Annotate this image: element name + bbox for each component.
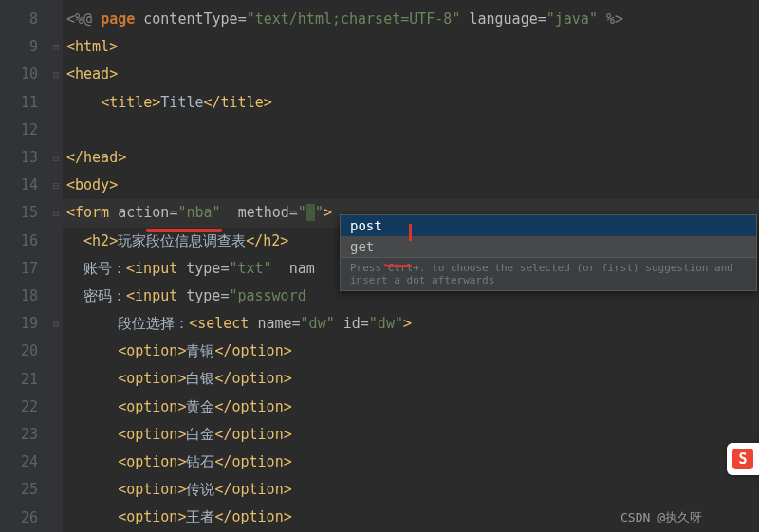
code-line[interactable]: <option>黄金</option> [63,394,759,421]
fold-column[interactable]: ⊟⊟⊟⊟⊟⊟ [49,0,63,532]
line-number: 11 [0,89,38,117]
line-number: 24 [0,449,38,476]
fold-marker [49,228,63,255]
fold-marker [49,255,63,283]
autocomplete-popup[interactable]: postget Press Ctrl+. to choose the selec… [340,214,757,291]
line-number: 10 [0,61,38,88]
fold-marker [49,338,63,365]
fold-marker [49,504,63,531]
code-line[interactable]: <head> [63,61,759,88]
fold-marker [49,449,63,476]
line-number: 26 [0,504,38,532]
code-line[interactable]: <%@ page contentType="text/html;charset=… [63,6,759,33]
line-number: 21 [0,366,38,394]
code-line[interactable]: <html> [63,33,759,61]
line-number: 12 [0,117,38,144]
line-number: 13 [0,144,38,172]
code-line[interactable]: <option>白银</option> [63,365,759,393]
line-number: 16 [0,228,38,255]
code-line[interactable]: <option>白金</option> [63,421,759,449]
fold-marker[interactable]: ⊟ [49,310,63,338]
autocomplete-item-get[interactable]: get [341,236,756,257]
line-number: 20 [0,338,38,365]
csdn-watermark: CSDN @执久呀 [620,509,702,526]
line-number: 15 [0,199,38,227]
fold-marker [49,283,63,310]
line-number-gutter: 891011121314151617181920212223242526 [0,0,49,532]
fold-marker [49,6,63,33]
fold-marker [49,365,63,393]
ime-badge: S [727,443,759,475]
autocomplete-item-post[interactable]: post [341,215,756,236]
line-number: 25 [0,476,38,504]
autocomplete-hint: Press Ctrl+. to choose the selected (or … [341,257,756,290]
fold-marker[interactable]: ⊟ [49,172,63,199]
code-line[interactable]: <option>青铜</option> [63,338,759,365]
line-number: 22 [0,394,38,421]
fold-marker [49,421,63,449]
code-line[interactable] [63,117,759,144]
line-number: 17 [0,255,38,283]
code-line[interactable]: <option>传说</option> [63,476,759,504]
code-line[interactable]: <option>钻石</option> [63,449,759,476]
line-number: 9 [0,33,38,61]
fold-marker[interactable]: ⊟ [49,144,63,172]
code-line[interactable]: <title>Title</title> [63,89,759,117]
line-number: 23 [0,421,38,449]
fold-marker[interactable]: ⊟ [49,33,63,61]
code-line[interactable]: </head> [63,144,759,172]
fold-marker[interactable]: ⊟ [49,61,63,88]
fold-marker [49,89,63,117]
fold-marker[interactable]: ⊟ [49,199,63,227]
fold-marker [49,476,63,504]
line-number: 19 [0,310,38,338]
ime-badge-letter: S [732,449,753,469]
code-line[interactable]: <body> [63,172,759,199]
code-line[interactable]: 段位选择：<select name="dw" id="dw"> [63,310,759,338]
line-number: 14 [0,172,38,199]
fold-marker [49,117,63,144]
line-number: 18 [0,283,38,310]
fold-marker [49,394,63,421]
line-number: 8 [0,6,38,33]
